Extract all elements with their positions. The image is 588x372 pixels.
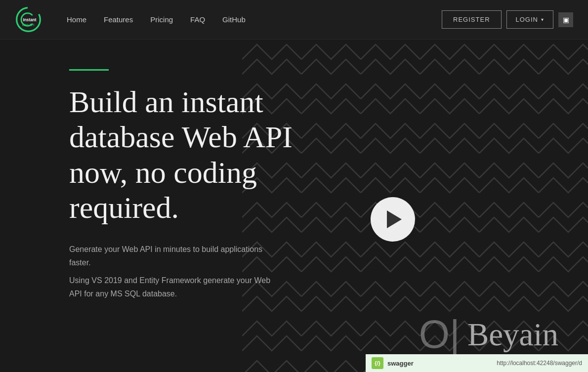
swagger-url: http://localhost:42248/swagger/d bbox=[497, 360, 582, 367]
swagger-name: swagger bbox=[387, 360, 414, 367]
play-icon bbox=[387, 210, 402, 228]
svg-text:Instant: Instant bbox=[23, 18, 37, 22]
nav-actions: REGISTER LOGIN ▾ ▣ bbox=[442, 10, 573, 29]
nav-pricing[interactable]: Pricing bbox=[150, 15, 173, 24]
square-button[interactable]: ▣ bbox=[558, 12, 573, 27]
hero-desc-1: Generate your Web API in minutes to buil… bbox=[69, 243, 282, 269]
register-button[interactable]: REGISTER bbox=[442, 10, 501, 29]
nav-links: Home Features Pricing FAQ GitHub bbox=[67, 15, 442, 24]
hero-description: Generate your Web API in minutes to buil… bbox=[69, 243, 282, 300]
beyain-branding: O| Beyain bbox=[419, 312, 558, 357]
hero-title: Build an instant database Web API now, n… bbox=[69, 84, 321, 225]
hero-content: Build an instant database Web API now, n… bbox=[0, 69, 321, 304]
hero-desc-2: Using VS 2019 and Entity Framework gener… bbox=[69, 274, 282, 300]
login-label: LOGIN bbox=[516, 16, 538, 23]
svg-text:Web API: Web API bbox=[22, 23, 35, 27]
accent-line bbox=[69, 69, 109, 71]
swagger-icon: {/} bbox=[372, 357, 383, 369]
square-icon: ▣ bbox=[563, 16, 569, 24]
nav-github[interactable]: GitHub bbox=[222, 15, 246, 24]
nav-faq[interactable]: FAQ bbox=[190, 15, 205, 24]
logo[interactable]: Instant Web API bbox=[15, 6, 42, 33]
beyain-zero-text: O| bbox=[419, 312, 460, 357]
navbar: Instant Web API Home Features Pricing FA… bbox=[0, 0, 588, 40]
login-button[interactable]: LOGIN ▾ bbox=[506, 10, 553, 29]
hero-section: Build an instant database Web API now, n… bbox=[0, 40, 588, 372]
video-play-button[interactable] bbox=[371, 197, 415, 242]
swagger-popup: {/} swagger http://localhost:42248/swagg… bbox=[366, 354, 588, 372]
nav-features[interactable]: Features bbox=[104, 15, 133, 24]
login-dropdown-icon: ▾ bbox=[541, 17, 544, 22]
beyain-name: Beyain bbox=[467, 316, 558, 353]
nav-home[interactable]: Home bbox=[67, 15, 86, 24]
swagger-bar: {/} swagger http://localhost:42248/swagg… bbox=[366, 354, 588, 372]
